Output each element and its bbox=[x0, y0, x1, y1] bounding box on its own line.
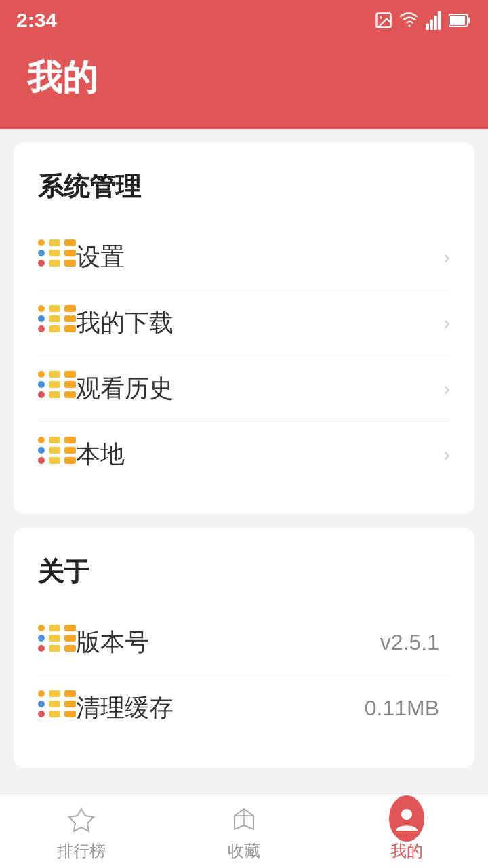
svg-rect-4 bbox=[430, 20, 433, 30]
cache-value: 0.11MB bbox=[365, 696, 439, 721]
downloads-chevron: › bbox=[443, 311, 450, 334]
signal-icon bbox=[426, 11, 442, 30]
about-section-title: 关于 bbox=[38, 555, 450, 589]
bottom-navigation: 排行榜 收藏 我的 bbox=[0, 793, 488, 868]
nav-item-ranking[interactable]: 排行榜 bbox=[14, 801, 149, 862]
settings-icon bbox=[38, 239, 76, 275]
svg-rect-5 bbox=[434, 16, 437, 30]
version-icon bbox=[38, 625, 76, 660]
status-icons bbox=[374, 11, 472, 30]
nav-item-favorites[interactable]: 收藏 bbox=[176, 801, 312, 862]
local-chevron: › bbox=[443, 443, 450, 466]
page-title: 我的 bbox=[27, 54, 461, 102]
version-value: v2.5.1 bbox=[380, 630, 439, 655]
mine-icon bbox=[389, 801, 424, 836]
svg-rect-8 bbox=[450, 16, 465, 25]
downloads-label: 我的下载 bbox=[76, 307, 443, 340]
svg-point-9 bbox=[401, 809, 412, 820]
local-item[interactable]: 本地 › bbox=[38, 422, 450, 487]
mine-nav-label: 我的 bbox=[390, 840, 423, 862]
settings-label: 设置 bbox=[76, 241, 443, 274]
history-icon bbox=[38, 371, 76, 406]
ranking-icon bbox=[64, 801, 99, 836]
downloads-icon bbox=[38, 305, 76, 340]
status-time: 2:34 bbox=[16, 9, 57, 32]
main-content: 系统管理 设置 › 我的下载 › bbox=[0, 129, 488, 868]
history-item[interactable]: 观看历史 › bbox=[38, 356, 450, 422]
page-header: 我的 bbox=[0, 41, 488, 129]
downloads-item[interactable]: 我的下载 › bbox=[38, 290, 450, 356]
ranking-nav-label: 排行榜 bbox=[57, 840, 106, 862]
settings-item[interactable]: 设置 › bbox=[38, 224, 450, 290]
status-bar: 2:34 bbox=[0, 0, 488, 41]
about-card: 关于 版本号 v2.5.1 清理缓存 0.11MB bbox=[14, 528, 474, 768]
svg-rect-3 bbox=[426, 24, 429, 30]
local-label: 本地 bbox=[76, 438, 443, 471]
local-icon bbox=[38, 437, 76, 472]
battery-icon bbox=[449, 12, 472, 28]
version-label: 版本号 bbox=[76, 626, 380, 659]
history-chevron: › bbox=[443, 377, 450, 400]
favorites-nav-label: 收藏 bbox=[228, 840, 260, 862]
svg-rect-6 bbox=[438, 11, 441, 30]
nav-item-mine[interactable]: 我的 bbox=[339, 801, 474, 862]
system-section-title: 系统管理 bbox=[38, 170, 450, 204]
svg-point-1 bbox=[380, 16, 382, 19]
cache-icon bbox=[38, 690, 76, 726]
svg-point-2 bbox=[408, 24, 411, 27]
cache-item[interactable]: 清理缓存 0.11MB bbox=[38, 675, 450, 741]
system-management-card: 系统管理 设置 › 我的下载 › bbox=[14, 142, 474, 514]
settings-chevron: › bbox=[443, 245, 450, 269]
history-label: 观看历史 bbox=[76, 372, 443, 406]
favorites-icon bbox=[226, 801, 262, 836]
version-item[interactable]: 版本号 v2.5.1 bbox=[38, 610, 450, 675]
cache-label: 清理缓存 bbox=[76, 692, 365, 725]
image-icon bbox=[374, 11, 393, 30]
wifi-icon bbox=[400, 11, 419, 30]
